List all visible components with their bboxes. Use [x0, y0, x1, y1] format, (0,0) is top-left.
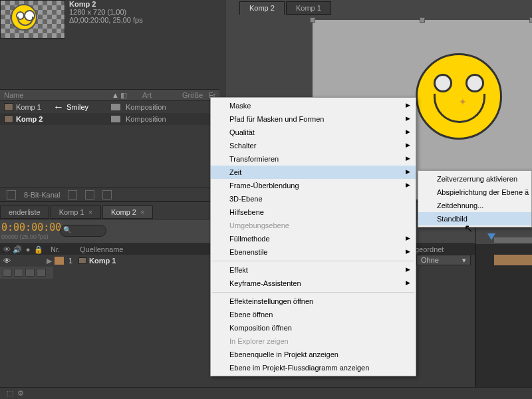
menu-item[interactable]: Zeitverzerrung aktivieren	[418, 172, 531, 186]
layer-name[interactable]: Komp 1	[88, 257, 194, 265]
label-icon[interactable]: ◧	[118, 91, 129, 100]
item-type: Komposition	[126, 103, 179, 111]
playhead-icon[interactable]	[487, 233, 495, 240]
current-timecode[interactable]: 0:00:00:00	[1, 221, 61, 233]
label-color[interactable]	[111, 104, 120, 110]
menu-item: In Explorer zeigen	[211, 334, 416, 348]
menu-item[interactable]: Zeit	[211, 166, 416, 179]
col-parent[interactable]: geordnet	[415, 245, 444, 253]
anchor-point-icon[interactable]: ✦	[459, 96, 467, 107]
timeline-tab-komp2[interactable]: Komp 2×	[102, 205, 153, 219]
switch-icon[interactable]	[25, 269, 35, 277]
annotation-smiley: ← Smiley	[53, 101, 88, 113]
timeline-switches-row	[0, 267, 53, 279]
parent-dropdown[interactable]: Ohne▾	[416, 255, 471, 265]
switch-icon[interactable]	[37, 269, 46, 277]
menu-item[interactable]: Ebenenquelle in Projekt anzeigen	[211, 348, 416, 361]
smiley-eye	[434, 74, 452, 92]
timeline-tab-komp1[interactable]: Komp 1×	[51, 205, 101, 219]
menu-item[interactable]: Effekt	[211, 263, 416, 277]
menu-item[interactable]: Abspielrichtung der Ebene ä	[418, 186, 531, 199]
layer-number: 1	[64, 257, 77, 265]
menu-item[interactable]: Qualität	[211, 126, 416, 139]
item-name: Komp 2	[16, 115, 111, 123]
menu-item[interactable]: 3D-Ebene	[211, 192, 416, 205]
bbox-handle[interactable]	[529, 17, 532, 23]
timeline-tab-renderlist[interactable]: enderliste	[0, 205, 49, 219]
col-name[interactable]: Name	[4, 91, 112, 99]
label-color[interactable]	[111, 116, 120, 122]
menu-item[interactable]: Ebene öffnen	[211, 308, 416, 321]
project-item-komp1[interactable]: Komp 1 Komposition	[0, 101, 219, 113]
chevron-down-icon: ▾	[462, 256, 466, 264]
col-size[interactable]: Größe	[182, 91, 209, 99]
menu-item[interactable]: Ebene im Projekt-Flussdiagramm anzeigen	[211, 361, 416, 374]
sort-asc-icon[interactable]: ▲	[112, 91, 118, 99]
menu-item[interactable]: Keyframe-Assistenten	[211, 277, 416, 290]
switch-icon[interactable]	[3, 269, 12, 277]
project-panel: Komp 2 1280 x 720 (1,00) Δ0;00:20:00, 25…	[0, 0, 219, 200]
menu-item[interactable]: Maske	[211, 99, 416, 112]
work-area-bar[interactable]	[494, 237, 532, 243]
close-icon[interactable]: ×	[140, 208, 144, 216]
composition-icon	[4, 115, 13, 123]
bit-depth-button[interactable]: 8-Bit-Kanal	[24, 191, 60, 199]
zeit-submenu: Zeitverzerrung aktivierenAbspielrichtung…	[418, 170, 532, 227]
interpret-footage-icon[interactable]	[7, 190, 16, 200]
timecode-fps-hint: 00000 (25.00 fps)	[1, 233, 49, 240]
bbox-handle[interactable]	[310, 17, 315, 23]
bbox-handle[interactable]	[420, 17, 425, 23]
lock-col-icon[interactable]: 🔒	[33, 245, 44, 254]
col-nr[interactable]: Nr.	[44, 245, 80, 253]
menu-item: Umgebungsebene	[211, 219, 416, 232]
smiley-layer[interactable]: ✦	[416, 53, 502, 140]
close-icon[interactable]: ×	[88, 208, 92, 216]
col-sourcename[interactable]: Quellenname	[80, 245, 200, 253]
trash-icon[interactable]	[102, 190, 112, 200]
menu-item[interactable]: Zeitdehnung...	[418, 199, 531, 212]
comp-dimensions: 1280 x 720 (1,00)	[69, 8, 143, 16]
item-type: Komposition	[126, 115, 179, 123]
menu-item[interactable]: Frame-Überblendung	[211, 179, 416, 192]
visibility-col-icon[interactable]: 👁	[1, 245, 12, 253]
viewer-tabs: Komp 2 Komp 1	[226, 0, 344, 16]
viewer-tab-komp2[interactable]: Komp 2	[239, 1, 285, 15]
menu-item[interactable]: Füllmethode	[211, 232, 416, 245]
layer-label-color[interactable]	[55, 257, 64, 265]
visibility-toggle[interactable]: 👁	[1, 257, 12, 265]
menu-item[interactable]: Schalter	[211, 139, 416, 152]
audio-col-icon[interactable]: 🔊	[12, 245, 23, 254]
menu-item[interactable]: Pfad für Masken und Formen	[211, 112, 416, 126]
menu-item[interactable]: Effekteinstellungen öffnen	[211, 295, 416, 308]
layer-duration-bar[interactable]	[494, 255, 532, 265]
new-folder-icon[interactable]	[68, 190, 77, 200]
timeline-search-input[interactable]	[60, 225, 106, 237]
menu-item[interactable]: Komposition öffnen	[211, 321, 416, 334]
status-icon[interactable]: ⚙	[17, 389, 24, 398]
col-type[interactable]: Art	[129, 91, 182, 99]
composition-thumbnail[interactable]	[0, 0, 65, 39]
menu-separator	[212, 261, 414, 261]
status-bar: ⬚ ⚙	[0, 387, 532, 399]
menu-item[interactable]: Standbild	[418, 212, 531, 225]
composition-info: Komp 2 1280 x 720 (1,00) Δ0;00:20:00, 25…	[69, 0, 143, 24]
composition-icon	[4, 103, 13, 111]
viewer-tab-komp1[interactable]: Komp 1	[286, 1, 331, 15]
layer-context-menu: MaskePfad für Masken und FormenQualitätS…	[210, 97, 416, 376]
layer-type-icon	[77, 257, 88, 264]
menu-item[interactable]: Hilfsebene	[211, 205, 416, 219]
status-icon[interactable]: ⬚	[7, 389, 13, 398]
project-list-header: Name ▲ ◧ Art Größe Fr	[0, 89, 219, 101]
menu-item[interactable]: Ebenenstile	[211, 245, 416, 259]
twirl-icon[interactable]: ▶	[44, 257, 55, 265]
new-comp-icon[interactable]	[85, 190, 94, 200]
project-footer: 8-Bit-Kanal	[0, 188, 219, 201]
arrow-left-icon: ←	[53, 101, 64, 113]
smiley-eye	[466, 74, 484, 92]
solo-col-icon[interactable]: ●	[23, 245, 33, 253]
smiley-thumbnail	[11, 4, 37, 31]
project-item-komp2[interactable]: Komp 2 Komposition	[0, 113, 219, 125]
menu-item[interactable]: Transformieren	[211, 152, 416, 166]
timeline-tracks[interactable]	[475, 219, 532, 399]
switch-icon[interactable]	[14, 269, 23, 277]
